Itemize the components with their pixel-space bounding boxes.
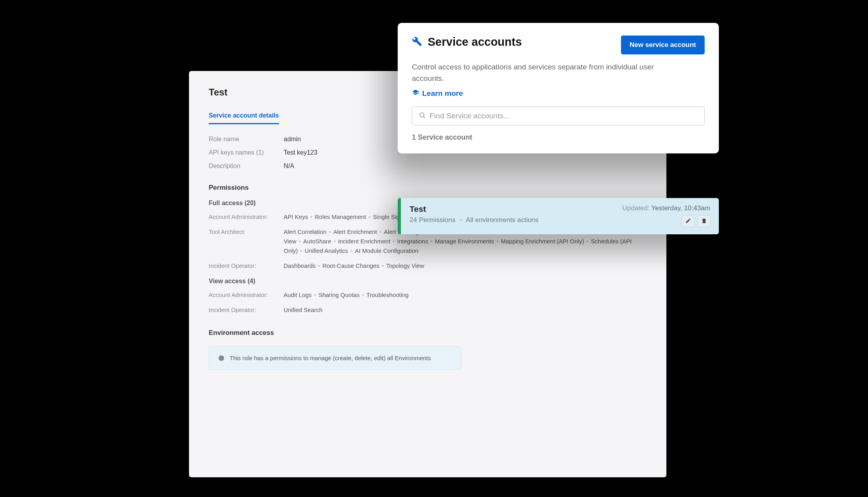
search-box[interactable]	[412, 106, 705, 125]
perm-label: Incident Operator:	[209, 261, 284, 271]
label-description: Description	[209, 163, 284, 170]
search-input[interactable]	[430, 112, 698, 120]
perm-label: Account Administrator:	[209, 212, 284, 222]
search-icon	[419, 112, 426, 120]
value-role-name: admin	[284, 136, 301, 143]
row-body: Test 24 Permissions • All environments a…	[401, 198, 719, 234]
environment-access-callout: This role has a permissions to manage (c…	[209, 346, 461, 370]
row-name: Test	[410, 204, 539, 214]
perm-list: Unified Search	[284, 305, 322, 315]
learn-more-link[interactable]: Learn more	[412, 89, 705, 98]
row-actions	[682, 215, 710, 227]
card-title: Service accounts	[428, 36, 522, 49]
card-title-wrap: Service accounts	[412, 36, 522, 49]
trash-icon	[701, 218, 707, 225]
perm-list: Audit Logs•Sharing Quotas•Troubleshootin…	[284, 290, 409, 300]
row-permissions: 24 Permissions	[410, 216, 455, 224]
field-description: Description N/A	[209, 163, 647, 170]
perm-label: Tool Architect:	[209, 227, 284, 256]
service-accounts-card: Service accounts New service account Con…	[398, 23, 719, 153]
tab-service-account-details[interactable]: Service account details	[209, 112, 279, 124]
delete-button[interactable]	[698, 215, 710, 227]
section-environment-access: Environment access	[209, 329, 647, 337]
perm-row-incident-operator-view: Incident Operator: Unified Search	[209, 305, 647, 315]
updated-time: Yesterday, 10:43am	[651, 204, 710, 212]
value-api-keys: Test key123	[284, 149, 317, 156]
label-api-keys: API keys names (1)	[209, 149, 284, 156]
perm-row-incident-operator-full: Incident Operator: Dashboards•Root-Cause…	[209, 261, 647, 271]
service-account-count: 1 Service account	[412, 133, 705, 142]
row-environments: All environments actions	[466, 216, 539, 224]
svg-line-1	[423, 116, 425, 118]
perm-label: Incident Operator:	[209, 305, 284, 315]
card-description: Control access to applications and servi…	[412, 62, 664, 84]
service-account-row[interactable]: Test 24 Permissions • All environments a…	[398, 198, 719, 234]
perm-label: Account Administrator:	[209, 290, 284, 300]
status-stripe	[398, 198, 401, 234]
new-service-account-button[interactable]: New service account	[621, 36, 705, 54]
graduation-cap-icon	[412, 89, 419, 98]
card-header: Service accounts New service account	[412, 36, 705, 54]
separator-dot: •	[457, 216, 464, 224]
value-description: N/A	[284, 163, 294, 170]
label-role-name: Role name	[209, 136, 284, 143]
perm-list: Dashboards•Root-Cause Changes•Topology V…	[284, 261, 424, 271]
row-left: Test 24 Permissions • All environments a…	[410, 204, 539, 227]
environment-access-text: This role has a permissions to manage (c…	[230, 355, 431, 361]
pencil-icon	[685, 218, 691, 225]
row-meta: 24 Permissions • All environments action…	[410, 216, 539, 224]
row-updated: Updated: Yesterday, 10:43am	[622, 204, 710, 212]
wrench-icon	[412, 36, 422, 48]
learn-more-text: Learn more	[422, 89, 463, 98]
row-right: Updated: Yesterday, 10:43am	[622, 204, 710, 227]
perm-row-acct-admin-view: Account Administrator: Audit Logs•Sharin…	[209, 290, 647, 300]
section-view-access: View access (4)	[209, 278, 647, 285]
svg-point-0	[420, 113, 424, 117]
section-permissions: Permissions	[209, 184, 647, 192]
edit-button[interactable]	[682, 215, 694, 227]
info-icon	[219, 355, 224, 361]
updated-label: Updated:	[622, 204, 649, 212]
